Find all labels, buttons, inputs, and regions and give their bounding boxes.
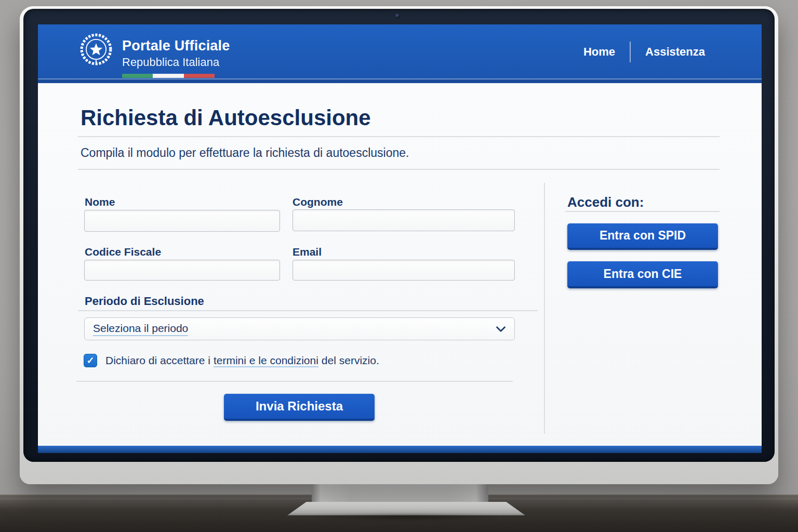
italian-flag-stripe (122, 74, 215, 78)
brand-subtitle: Repubblica Italiana (122, 55, 230, 69)
header-nav: Home Assistenza (583, 42, 705, 62)
terms-checkbox[interactable]: ✓ (84, 354, 97, 367)
nome-input[interactable] (84, 210, 280, 232)
period-section-label: Periodo di Esclusione (85, 295, 204, 308)
codice-fiscale-input[interactable] (84, 260, 280, 281)
header-bottom-band (38, 78, 762, 83)
consent-label: Dichiaro di accettare itermini e le cond… (105, 354, 379, 367)
stand-shadow (283, 513, 530, 521)
page-subtitle: Compila il modulo per effettuare la rich… (81, 146, 409, 160)
footer-bar (38, 446, 762, 453)
sidebar-title: Accedi con: (567, 194, 644, 210)
period-select-value: Seleziona il periodo (93, 322, 188, 336)
nav-link-assistenza[interactable]: Assistenza (645, 45, 705, 59)
divider (78, 169, 720, 170)
flag-red-segment (184, 74, 215, 78)
cognome-input[interactable] (292, 209, 515, 231)
submit-button[interactable]: Invia Richiesta (224, 394, 375, 421)
page-title: Richiesta di Autoesclusione (81, 105, 371, 130)
divider (78, 310, 538, 311)
nav-divider (630, 42, 631, 62)
consent-text-prefix: Dichiaro di accettare i (105, 354, 210, 366)
vertical-divider (544, 183, 545, 434)
consent-row: ✓ Dichiaro di accettare itermini e le co… (84, 354, 379, 367)
codice-fiscale-label: Codice Fiscale (85, 246, 161, 258)
cie-login-button[interactable]: Entra con CIE (567, 261, 718, 288)
brand-title: Portale Ufficiale (122, 38, 230, 54)
divider (78, 136, 720, 137)
brand-block: Portale Ufficiale Repubblica Italiana (122, 38, 230, 69)
chevron-down-icon (496, 326, 506, 332)
nome-label: Nome (85, 196, 115, 208)
spid-login-button[interactable]: Entra con SPID (567, 223, 718, 250)
monitor-frame: Portale Ufficiale Repubblica Italiana Ho… (20, 6, 778, 484)
italy-emblem-icon (79, 32, 113, 66)
flag-white-segment (153, 74, 183, 78)
terms-link[interactable]: termini e le condizioni (214, 354, 318, 367)
browser-viewport: Portale Ufficiale Repubblica Italiana Ho… (38, 24, 762, 453)
site-header: Portale Ufficiale Repubblica Italiana Ho… (38, 24, 762, 78)
divider (565, 211, 720, 212)
email-input[interactable] (292, 260, 515, 281)
flag-green-segment (122, 74, 153, 78)
checkmark-icon: ✓ (86, 355, 94, 366)
period-select[interactable]: Seleziona il periodo (84, 317, 515, 340)
cognome-label: Cognome (292, 196, 343, 208)
webcam-dot (395, 14, 400, 18)
nav-link-home[interactable]: Home (583, 45, 615, 59)
consent-text-suffix: del servizio. (322, 354, 379, 366)
divider (76, 381, 513, 382)
email-label: Email (292, 246, 322, 258)
